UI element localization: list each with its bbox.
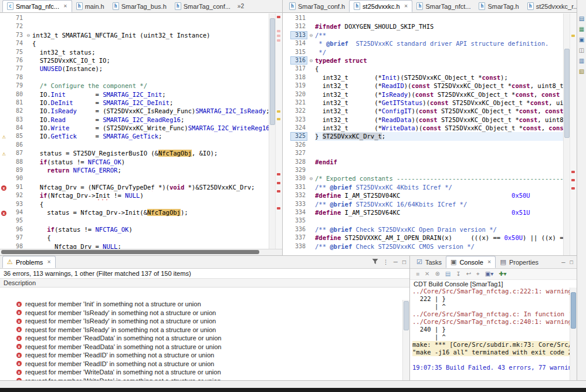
code-line-335[interactable]: 335 xyxy=(283,217,563,225)
console-output[interactable]: ../Core/Src/SmarTag_nfctag.c:222:1: warn… xyxy=(410,288,570,380)
terminate-icon[interactable]: ■ xyxy=(416,269,419,279)
problem-row[interactable]: xrequest for member 'IsReady' in somethi… xyxy=(0,326,403,334)
problem-row[interactable]: xrequest for member 'ReadData' in someth… xyxy=(0,343,403,352)
code-line-93[interactable]: 93 { xyxy=(0,200,269,208)
code-line-314[interactable]: 314 * @brief ST25DVxxKC standard driver … xyxy=(283,39,563,48)
left-editor-code-area[interactable]: 717273⊖int32_t SMARTAG1_NFCTAG_Init (uin… xyxy=(0,13,269,249)
annotation-mark[interactable] xyxy=(277,190,280,192)
close-tab-icon[interactable]: ✕ xyxy=(487,259,492,265)
right-editor-overview-ruler[interactable] xyxy=(570,13,577,255)
left-editor-horizontal-scrollbar[interactable] xyxy=(0,249,282,255)
annotation-mark[interactable] xyxy=(277,39,280,42)
scroll-lock-icon[interactable]: ↧ xyxy=(456,269,460,279)
code-line-319[interactable]: 319 int32_t (*ReadID)(const ST25DVxxKC_O… xyxy=(283,82,563,90)
annotation-mark[interactable] xyxy=(571,171,575,173)
code-line-313[interactable]: 313⊖/** xyxy=(283,31,563,39)
minimized-view-icon-2[interactable]: ▦ xyxy=(579,26,584,33)
tab-st25dvxxkc-h[interactable]: hst25dvxxkc.h✕ xyxy=(349,0,412,12)
maximize-icon[interactable]: □ xyxy=(402,259,406,265)
code-line-322[interactable]: 322 int32_t (*ConfigIT)(const ST25DVxxKC… xyxy=(283,107,563,115)
code-line-91[interactable]: x91 Nfctag_Drv = (NFCTAG_DrvTypeDef *)(v… xyxy=(0,183,269,191)
annotation-mark[interactable] xyxy=(277,182,280,184)
problem-row[interactable]: xrequest for member 'ReadData' in someth… xyxy=(0,334,403,343)
fold-toggle-icon[interactable]: ⊖ xyxy=(25,31,32,39)
code-line-327[interactable]: 327 xyxy=(283,149,563,157)
code-line-80[interactable]: 80 IO.Init = SMARTAG_I2C_Init; xyxy=(0,90,269,99)
code-line-331[interactable]: 331/** @brief ST25DVxxKC 4Kbits ICref */ xyxy=(283,183,563,191)
right-editor-code-area[interactable]: 311312#ifndef DOXYGEN_SHOULD_SKIP_THIS31… xyxy=(283,13,563,255)
display-console-icon[interactable]: ▣▾ xyxy=(485,269,493,279)
tab-console[interactable]: ▣Console✕ xyxy=(446,256,496,268)
problem-row[interactable]: xrequest for member 'ReadID' in somethin… xyxy=(0,351,403,360)
console-scrollbar[interactable] xyxy=(570,288,577,380)
maximize-icon[interactable]: □ xyxy=(570,259,573,265)
close-tab-icon[interactable]: ✕ xyxy=(404,4,408,9)
code-line-328[interactable]: 328#endif xyxy=(283,158,563,166)
code-line-334[interactable]: 334#define I_AM_ST25DV64KC 0x51U xyxy=(283,208,563,217)
code-line-326[interactable]: 326 xyxy=(283,141,563,149)
code-line-330[interactable]: 330⊖/* Exported constants --------------… xyxy=(283,174,563,183)
annotation-mark[interactable] xyxy=(571,35,575,37)
code-line-81[interactable]: 81 IO.DeInit = SMARTAG_I2C_DeInit; xyxy=(0,99,269,107)
problem-row[interactable]: xrequest for member 'Init' in something … xyxy=(0,300,403,309)
code-line-321[interactable]: 321 int32_t (*GetITStatus)(const ST25DVx… xyxy=(283,99,563,107)
code-line-94[interactable]: x94 status = Nfctag_Drv->Init(&NfcTagObj… xyxy=(0,208,269,217)
minimized-view-icon-1[interactable]: ▤ xyxy=(579,15,584,22)
open-console-icon[interactable]: ✚▾ xyxy=(499,269,506,279)
annotation-mark[interactable] xyxy=(571,187,575,190)
minimized-view-icon-5[interactable]: ▥ xyxy=(579,58,584,65)
word-wrap-icon[interactable]: ↩ xyxy=(466,269,471,279)
code-line-77[interactable]: 77 UNUSED(Instance); xyxy=(0,65,269,73)
tab-tasks[interactable]: ☑Tasks xyxy=(412,256,446,268)
tab-smartag-nfct[interactable]: hSmarTag_nfct... xyxy=(412,0,475,12)
code-line-75[interactable]: 75 int32_t status; xyxy=(0,48,269,56)
code-line-82[interactable]: 82 IO.IsReady = (ST25DVxxKC_IsReady_Func… xyxy=(0,107,269,115)
annotation-mark[interactable] xyxy=(277,110,280,113)
code-line-92[interactable]: 92 if(Nfctag_Drv->Init != NULL) xyxy=(0,191,269,200)
tab-main-h[interactable]: hmain.h xyxy=(72,0,109,12)
fold-toggle-icon[interactable]: ⊖ xyxy=(307,174,315,183)
code-line-72[interactable]: 72 xyxy=(0,22,269,31)
code-line-333[interactable]: 333/** @brief ST25DVxxKC 16/64Kbits ICre… xyxy=(283,200,563,208)
annotation-mark[interactable] xyxy=(277,16,280,18)
close-tab-icon[interactable]: ✕ xyxy=(47,259,51,265)
code-line-97[interactable]: 97 { xyxy=(0,234,269,242)
code-line-95[interactable]: 95 xyxy=(0,217,269,225)
code-line-324[interactable]: 324 int32_t (*WriteData)(const ST25DVxxK… xyxy=(283,124,563,132)
annotation-mark[interactable] xyxy=(277,30,280,32)
warning-marker-icon[interactable]: ⚠ xyxy=(0,132,8,140)
code-line-318[interactable]: 318 int32_t (*Init)(ST25DVxxKC_Object_t … xyxy=(283,73,563,82)
minimized-view-icon-6[interactable]: ▧ xyxy=(579,68,584,75)
code-line-312[interactable]: 312#ifndef DOXYGEN_SHOULD_SKIP_THIS xyxy=(283,22,563,31)
code-line-315[interactable]: 315 */ xyxy=(283,48,563,56)
remove-all-launches-icon[interactable]: ⊗ xyxy=(435,269,439,279)
problem-row[interactable]: xrequest for member 'ReadID' in somethin… xyxy=(0,360,403,369)
code-line-320[interactable]: 320 int32_t (*IsReady)(const ST25DVxxKC_… xyxy=(283,90,563,99)
error-marker-icon[interactable]: x xyxy=(0,183,8,191)
tab-smartag-bus-h[interactable]: hSmarTag_bus.h xyxy=(109,0,171,12)
pin-console-icon[interactable]: ⌖ xyxy=(476,269,480,279)
code-line-87[interactable]: ⚠87 status = ST25DV_RegisterBusIO (&NfcT… xyxy=(0,149,269,157)
tab-st25dvxxkc-r[interactable]: hst25dvxxkc_r... xyxy=(523,0,583,12)
tab-smartag-nfc[interactable]: cSmarTag_nfc...✕ xyxy=(2,0,72,12)
error-marker-icon[interactable]: x xyxy=(0,208,8,217)
tab-overflow-indicator[interactable]: »2 xyxy=(235,3,247,9)
tab-problems[interactable]: ⚠ Problems ✕ xyxy=(2,256,56,268)
problems-scrollbar[interactable] xyxy=(402,300,409,380)
code-line-336[interactable]: 336/** @brief Check ST25DVxxKC Open Drai… xyxy=(283,225,563,234)
code-line-78[interactable]: 78 xyxy=(0,73,269,82)
code-line-74[interactable]: 74{ xyxy=(0,39,269,48)
code-line-338[interactable]: 338/** @brief Check ST25DVxxKC CMOS vers… xyxy=(283,242,563,251)
code-line-71[interactable]: 71 xyxy=(0,14,269,22)
code-line-90[interactable]: 90 xyxy=(0,174,269,183)
problem-row[interactable]: xrequest for member 'IsReady' in somethi… xyxy=(0,309,403,317)
code-line-85[interactable]: ⚠85 IO.GetTick = SMARTAG_GetTick; xyxy=(0,132,269,140)
annotation-mark[interactable] xyxy=(571,179,575,181)
code-line-325[interactable]: 325} ST25DVxxKC_Drv_t; xyxy=(283,132,563,140)
annotation-mark[interactable] xyxy=(277,207,280,209)
code-line-89[interactable]: 89 return NFCTAG_ERROR; xyxy=(0,166,269,174)
code-line-332[interactable]: 332#define I_AM_ST25DV04KC 0x50U xyxy=(283,191,563,200)
code-line-83[interactable]: 83 IO.Read = SMARTAG_I2C_ReadReg16; xyxy=(0,116,269,124)
tab-smartag-h[interactable]: hSmarTag.h xyxy=(475,0,523,12)
code-line-317[interactable]: 317{ xyxy=(283,65,563,73)
